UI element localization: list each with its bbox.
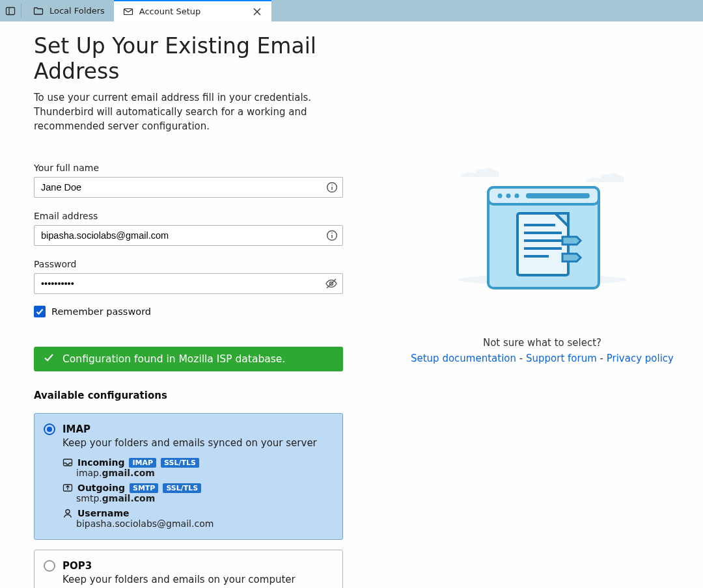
- setup-docs-link[interactable]: Setup documentation: [411, 353, 516, 364]
- svg-point-10: [331, 233, 333, 234]
- name-input[interactable]: [34, 177, 343, 198]
- available-configs-header: Available configurations: [34, 390, 343, 401]
- tab-account-setup[interactable]: Account Setup: [114, 0, 271, 21]
- imap-title: IMAP: [62, 423, 90, 435]
- success-banner: Configuration found in Mozilla ISP datab…: [34, 347, 343, 371]
- svg-point-20: [506, 194, 511, 198]
- close-icon[interactable]: [252, 7, 262, 17]
- svg-rect-0: [7, 7, 15, 14]
- radio-selected-icon[interactable]: [44, 423, 55, 435]
- password-input[interactable]: [34, 273, 343, 294]
- tab-local-folders[interactable]: Local Folders: [24, 0, 114, 21]
- imap-desc: Keep your folders and emails synced on y…: [62, 437, 333, 449]
- remember-password-checkbox[interactable]: Remember password: [34, 306, 343, 317]
- pop3-config-card[interactable]: POP3 Keep your folders and emails on you…: [34, 550, 343, 588]
- password-label: Password: [34, 259, 343, 269]
- page-title: Set Up Your Existing Email Address: [34, 33, 343, 84]
- svg-rect-22: [526, 193, 590, 198]
- mail-setup-icon: [123, 7, 133, 17]
- svg-point-7: [331, 185, 333, 186]
- privacy-policy-link[interactable]: Privacy policy: [607, 353, 674, 364]
- spaces-toolbar-toggle[interactable]: [0, 0, 21, 21]
- svg-point-15: [66, 510, 70, 514]
- inbox-icon: [62, 457, 73, 468]
- tab-bar: Local Folders Account Setup: [0, 0, 703, 21]
- tab-label: Account Setup: [139, 7, 200, 16]
- svg-point-21: [515, 194, 519, 198]
- tab-label: Local Folders: [49, 6, 105, 16]
- email-label: Email address: [34, 211, 343, 221]
- help-links: Setup documentation - Support forum - Pr…: [406, 353, 679, 364]
- info-icon[interactable]: [326, 230, 338, 241]
- folder-icon: [33, 6, 44, 16]
- radio-unselected-icon[interactable]: [44, 560, 55, 572]
- svg-point-19: [498, 194, 503, 198]
- imap-config-card[interactable]: IMAP Keep your folders and emails synced…: [34, 413, 343, 540]
- eye-off-icon[interactable]: [325, 277, 338, 290]
- checkbox-checked-icon: [34, 306, 46, 317]
- info-icon[interactable]: [326, 181, 338, 193]
- outgoing-host: smtp.gmail.com: [76, 493, 333, 503]
- name-label: Your full name: [34, 163, 343, 173]
- remember-password-label: Remember password: [51, 306, 151, 317]
- incoming-host: imap.gmail.com: [76, 468, 333, 478]
- user-icon: [62, 508, 73, 518]
- support-forum-link[interactable]: Support forum: [526, 353, 597, 364]
- config-username: bipasha.sociolabs@gmail.com: [76, 518, 333, 529]
- outbox-icon: [62, 483, 73, 493]
- email-input[interactable]: [34, 225, 343, 246]
- page-subtitle: To use your current email address fill i…: [34, 90, 343, 133]
- pop3-title: POP3: [62, 560, 92, 572]
- pop3-desc: Keep your folders and emails on your com…: [62, 574, 333, 585]
- success-text: Configuration found in Mozilla ISP datab…: [62, 353, 285, 365]
- help-question: Not sure what to select?: [406, 337, 679, 349]
- check-icon: [43, 352, 55, 366]
- illustration: [406, 155, 679, 291]
- svg-rect-23: [517, 213, 568, 275]
